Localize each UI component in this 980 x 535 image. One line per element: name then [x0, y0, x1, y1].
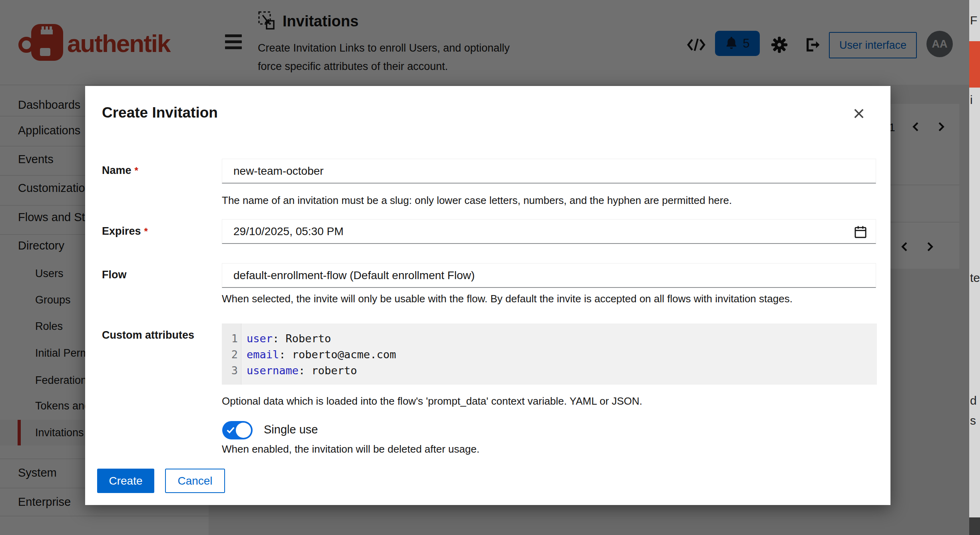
check-icon: [226, 426, 235, 434]
required-marker: *: [144, 226, 148, 237]
required-marker: *: [135, 165, 138, 176]
right-edge-sliver: F i te d s: [969, 0, 980, 535]
create-button[interactable]: Create: [97, 469, 154, 493]
edge-dark-block: [969, 517, 980, 535]
custom-attributes-code-editor[interactable]: 1 user: Roberto 2 email: roberto@acme.co…: [222, 323, 877, 385]
code-line: username: roberto: [247, 363, 357, 379]
close-icon[interactable]: [852, 107, 866, 120]
expires-label: Expires*: [102, 225, 148, 238]
line-number: 2: [222, 347, 238, 363]
cancel-button[interactable]: Cancel: [165, 469, 225, 493]
create-invitation-modal: Create Invitation Name* new-team-october…: [85, 86, 890, 505]
modal-title: Create Invitation: [102, 104, 218, 121]
code-line: user: Roberto: [247, 331, 331, 347]
single-use-helper-text: When enabled, the invitation will be del…: [222, 443, 480, 455]
app-root: authentik Invitations Create Invitation …: [0, 0, 980, 535]
name-helper-text: The name of an invitation must be a slug…: [222, 194, 732, 207]
name-input[interactable]: new-team-october: [222, 159, 876, 184]
single-use-label: Single use: [264, 423, 318, 436]
edge-red-block: [969, 41, 980, 88]
custom-attributes-label: Custom attributes: [102, 329, 194, 341]
line-number: 3: [222, 363, 238, 379]
calendar-icon[interactable]: [854, 225, 867, 242]
single-use-toggle[interactable]: [222, 421, 253, 439]
flow-select[interactable]: default-enrollment-flow (Default enrollm…: [222, 263, 876, 288]
toggle-knob: [236, 423, 251, 438]
line-number: 1: [222, 331, 238, 347]
flow-helper-text: When selected, the invite will only be u…: [222, 293, 793, 305]
custom-attributes-helper-text: Optional data which is loaded into the f…: [222, 395, 642, 407]
expires-datetime-input[interactable]: 29/10/2025, 05:30 PM: [222, 219, 876, 244]
code-line: email: roberto@acme.com: [247, 347, 396, 363]
name-label: Name*: [102, 164, 138, 177]
flow-label: Flow: [102, 269, 127, 281]
